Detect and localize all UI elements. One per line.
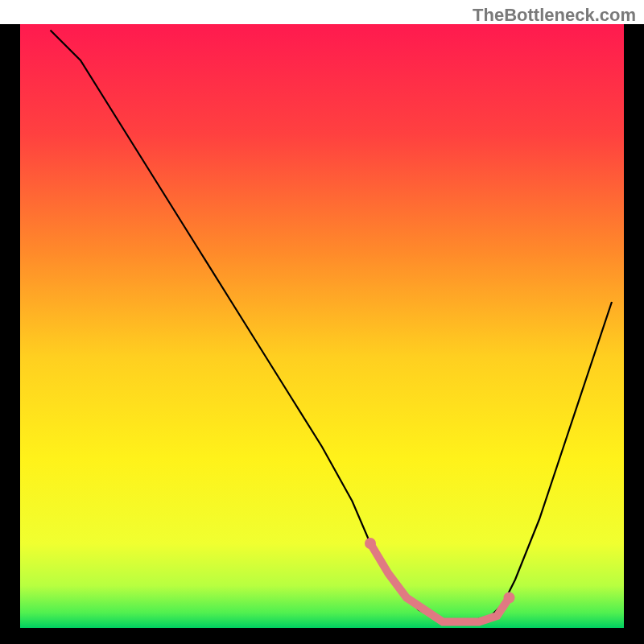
frame-left xyxy=(0,24,20,644)
plot-background xyxy=(20,24,624,628)
bottleneck-chart xyxy=(0,0,644,644)
highlight-dot-start xyxy=(365,538,376,549)
highlight-dot-end xyxy=(504,592,515,604)
frame-bottom xyxy=(0,628,644,644)
frame-right xyxy=(624,24,644,644)
watermark-text: TheBottleneck.com xyxy=(473,5,636,26)
